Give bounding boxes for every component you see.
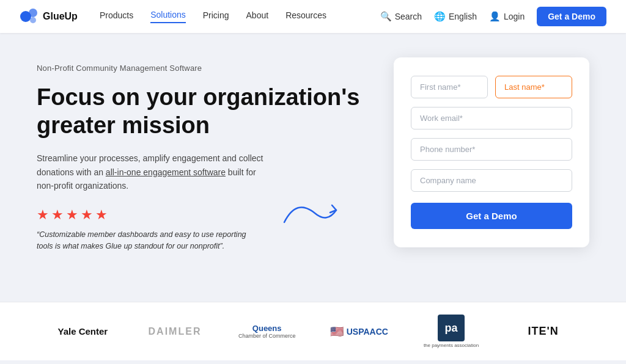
navbar: GlueUp Products Solutions Pricing About … (0, 0, 626, 33)
login-button[interactable]: 👤 Login (489, 11, 525, 22)
first-name-input[interactable] (411, 76, 488, 98)
nav-right: 🔍 Search 🌐 English 👤 Login Get a Demo (380, 7, 606, 26)
uspaacc-logo-text: USPAACC (347, 327, 388, 337)
language-button[interactable]: 🌐 English (434, 11, 477, 22)
content-wrapper: Non-Profit Community Management Software… (0, 33, 626, 360)
star-2: ★ (51, 207, 64, 223)
nav-resources[interactable]: Resources (285, 10, 326, 23)
nav-about[interactable]: About (246, 10, 269, 23)
logo-uspaacc: 🇺🇸 USPAACC (313, 325, 405, 338)
review-quote: “Customizable member dashboards and easy… (37, 229, 257, 252)
logo-text: GlueUp (43, 11, 78, 22)
globe-icon: 🌐 (434, 11, 446, 22)
demo-form-card: Get a Demo (394, 57, 589, 247)
queens-sub-text: Chamber of Commerce (238, 333, 296, 339)
star-3: ★ (66, 207, 78, 223)
arrow-doodle (278, 192, 345, 237)
company-input[interactable] (411, 169, 572, 192)
hero-subtext: Streamline your processes, amplify engag… (37, 151, 269, 192)
yale-logo-text: Yale Center (57, 326, 108, 337)
company-row (411, 169, 572, 192)
svg-point-1 (29, 9, 37, 17)
hero-left: Non-Profit Community Management Software… (37, 57, 369, 289)
pa-badge: pa (438, 315, 465, 341)
logo-link[interactable]: GlueUp (20, 8, 78, 25)
search-button[interactable]: 🔍 Search (380, 11, 422, 22)
user-icon: 👤 (489, 11, 501, 22)
email-row (411, 107, 572, 129)
nav-products[interactable]: Products (100, 10, 133, 23)
daimler-logo-text: DAIMLER (149, 326, 202, 337)
get-demo-nav-button[interactable]: Get a Demo (537, 7, 606, 26)
main-section: Non-Profit Community Management Software… (0, 33, 626, 302)
logos-section: Yale Center DAIMLER Queens Chamber of Co… (0, 302, 626, 360)
name-row (411, 76, 572, 98)
logo-queens: Queens Chamber of Commerce (221, 324, 313, 339)
nav-solutions[interactable]: Solutions (150, 10, 186, 23)
nav-links: Products Solutions Pricing About Resourc… (100, 10, 380, 23)
itern-logo-text: ITE'N (528, 325, 559, 338)
search-label: Search (395, 12, 422, 21)
star-4: ★ (81, 207, 93, 223)
get-demo-form-button[interactable]: Get a Demo (411, 203, 572, 229)
language-label: English (449, 12, 477, 21)
last-name-input[interactable] (495, 76, 572, 98)
flag-icon: 🇺🇸 (330, 325, 344, 338)
logo-daimler: DAIMLER (129, 326, 221, 337)
svg-point-2 (30, 17, 36, 23)
phone-input[interactable] (411, 138, 572, 161)
login-label: Login (504, 12, 525, 21)
logo-yale: Yale Center (37, 326, 129, 337)
star-1: ★ (37, 207, 49, 223)
search-icon: 🔍 (380, 11, 392, 22)
logo-pa: pa the payments association (405, 315, 498, 348)
phone-row (411, 138, 572, 161)
queens-logo-text: Queens (252, 324, 282, 333)
pa-sub-text: the payments association (424, 343, 479, 348)
logo-itern: ITE'N (497, 325, 589, 338)
hero-tag: Non-Profit Community Management Software (37, 64, 369, 73)
glueup-logo-icon (20, 8, 39, 25)
email-input[interactable] (411, 107, 572, 129)
nav-pricing[interactable]: Pricing (203, 10, 229, 23)
star-5: ★ (95, 207, 108, 223)
hero-headline: Focus on your organization's greater mis… (37, 84, 369, 139)
